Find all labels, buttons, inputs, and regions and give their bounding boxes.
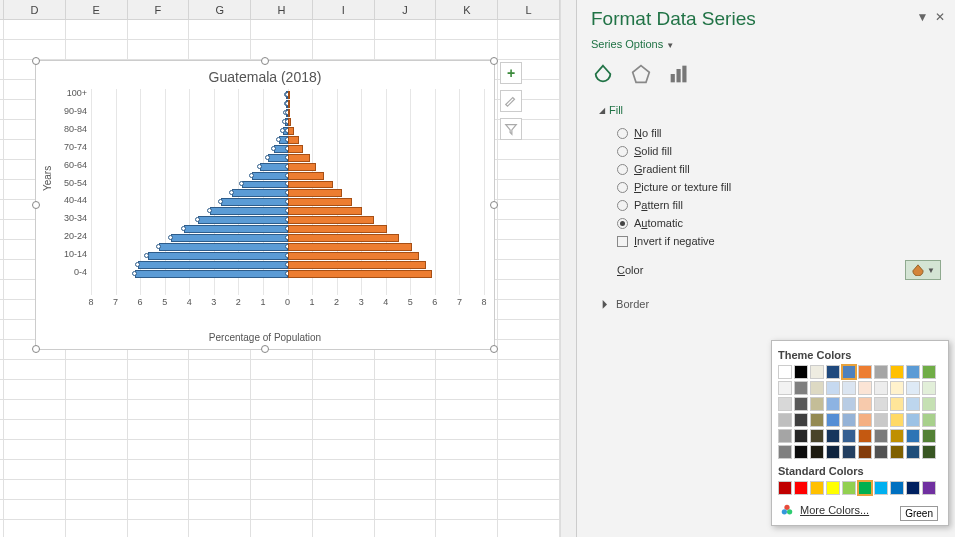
bar-left[interactable]: [135, 270, 287, 278]
color-swatch[interactable]: [810, 381, 824, 395]
solid-fill-radio[interactable]: Solid fill: [599, 142, 941, 160]
chart-title[interactable]: Guatemala (2018): [36, 61, 494, 89]
bar-right[interactable]: [288, 163, 317, 171]
resize-handle[interactable]: [32, 345, 40, 353]
column-header[interactable]: K: [436, 0, 498, 19]
chart-object[interactable]: Guatemala (2018) Years 87654321012345678…: [35, 60, 495, 350]
plot-area[interactable]: 87654321012345678100+90-9480-8470-7460-6…: [91, 89, 484, 295]
bar-row[interactable]: [91, 243, 484, 251]
bar-row[interactable]: [91, 252, 484, 260]
automatic-fill-radio[interactable]: Automatic: [599, 214, 941, 232]
bar-right[interactable]: [288, 154, 311, 162]
bar-left[interactable]: [171, 234, 288, 242]
border-section-header[interactable]: ◢ Border: [599, 298, 941, 310]
pane-close-icon[interactable]: ▼ ✕: [916, 10, 945, 24]
color-swatch[interactable]: [794, 429, 808, 443]
bar-row[interactable]: [91, 127, 484, 135]
pattern-fill-radio[interactable]: Pattern fill: [599, 196, 941, 214]
color-swatch[interactable]: [858, 413, 872, 427]
bar-row[interactable]: [91, 198, 484, 206]
color-swatch[interactable]: [778, 381, 792, 395]
color-swatch[interactable]: [922, 429, 936, 443]
color-swatch[interactable]: [778, 397, 792, 411]
bar-row[interactable]: [91, 163, 484, 171]
chart-filter-button[interactable]: [500, 118, 522, 140]
color-swatch[interactable]: [890, 397, 904, 411]
color-swatch[interactable]: [826, 429, 840, 443]
color-swatch[interactable]: [794, 413, 808, 427]
color-swatch[interactable]: [890, 445, 904, 459]
bar-right[interactable]: [288, 100, 290, 108]
color-swatch[interactable]: [842, 429, 856, 443]
bar-left[interactable]: [198, 216, 288, 224]
x-axis-title[interactable]: Percentage of Population: [209, 332, 321, 343]
bar-right[interactable]: [288, 118, 292, 126]
bar-left[interactable]: [232, 189, 287, 197]
color-swatch[interactable]: [858, 381, 872, 395]
fill-section-header[interactable]: ◢Fill: [599, 104, 941, 116]
bar-row[interactable]: [91, 189, 484, 197]
bar-right[interactable]: [288, 145, 304, 153]
color-swatch[interactable]: [842, 445, 856, 459]
bar-row[interactable]: [91, 225, 484, 233]
color-swatch[interactable]: [810, 445, 824, 459]
series-options-dropdown[interactable]: Series Options ▼: [591, 38, 941, 50]
bar-row[interactable]: [91, 181, 484, 189]
bar-row[interactable]: [91, 261, 484, 269]
color-swatch[interactable]: [890, 381, 904, 395]
column-header[interactable]: E: [66, 0, 128, 19]
resize-handle[interactable]: [32, 57, 40, 65]
color-swatch[interactable]: [810, 429, 824, 443]
color-swatch[interactable]: [810, 481, 824, 495]
color-swatch[interactable]: [842, 397, 856, 411]
series-options-tab-icon[interactable]: [667, 62, 691, 86]
bar-left[interactable]: [184, 225, 287, 233]
column-header[interactable]: G: [189, 0, 251, 19]
bar-right[interactable]: [288, 207, 363, 215]
resize-handle[interactable]: [261, 57, 269, 65]
bar-right[interactable]: [288, 216, 374, 224]
color-swatch[interactable]: [858, 429, 872, 443]
color-swatch[interactable]: [778, 429, 792, 443]
bar-right[interactable]: [288, 198, 352, 206]
bar-right[interactable]: [288, 225, 387, 233]
bar-left[interactable]: [210, 207, 287, 215]
color-swatch[interactable]: [794, 481, 808, 495]
bar-row[interactable]: [91, 109, 484, 117]
color-swatch[interactable]: [906, 481, 920, 495]
color-swatch[interactable]: [906, 413, 920, 427]
bar-left[interactable]: [159, 243, 288, 251]
color-swatch[interactable]: [906, 365, 920, 379]
color-swatch[interactable]: [794, 397, 808, 411]
color-swatch[interactable]: [778, 365, 792, 379]
bar-row[interactable]: [91, 234, 484, 242]
color-swatch[interactable]: [922, 413, 936, 427]
chart-brush-button[interactable]: [500, 90, 522, 112]
bar-right[interactable]: [288, 181, 333, 189]
color-swatch[interactable]: [826, 413, 840, 427]
bar-right[interactable]: [288, 136, 299, 144]
resize-handle[interactable]: [261, 345, 269, 353]
picture-fill-radio[interactable]: Picture or texture fill: [599, 178, 941, 196]
color-swatch[interactable]: [810, 365, 824, 379]
color-swatch[interactable]: [842, 381, 856, 395]
resize-handle[interactable]: [490, 57, 498, 65]
color-swatch[interactable]: [874, 365, 888, 379]
bar-left[interactable]: [242, 181, 287, 189]
color-swatch[interactable]: [906, 429, 920, 443]
color-swatch[interactable]: [794, 381, 808, 395]
bar-right[interactable]: [288, 252, 419, 260]
vertical-scrollbar[interactable]: [560, 0, 576, 537]
column-header[interactable]: D: [4, 0, 66, 19]
color-swatch[interactable]: [810, 413, 824, 427]
invert-if-negative-checkbox[interactable]: Invert if negative: [599, 232, 941, 250]
column-header[interactable]: L: [498, 0, 560, 19]
bar-left[interactable]: [260, 163, 287, 171]
color-swatch[interactable]: [858, 445, 872, 459]
color-swatch[interactable]: [906, 381, 920, 395]
color-swatch[interactable]: [826, 381, 840, 395]
color-swatch[interactable]: [906, 397, 920, 411]
bar-row[interactable]: [91, 136, 484, 144]
color-swatch[interactable]: [794, 445, 808, 459]
color-swatch[interactable]: [890, 429, 904, 443]
